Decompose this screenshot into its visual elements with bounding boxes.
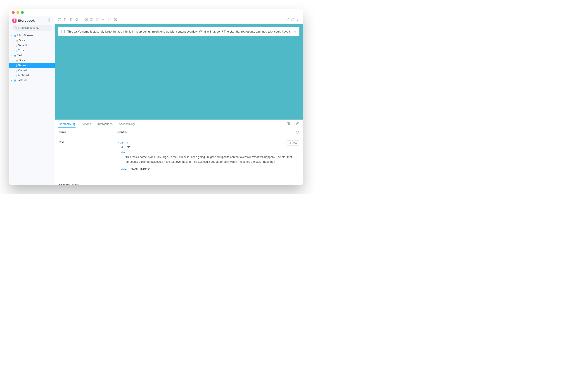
outline-icon[interactable] [108, 18, 111, 21]
gear-icon[interactable] [48, 18, 52, 23]
svg-line-8 [72, 20, 72, 21]
svg-line-28 [286, 20, 286, 21]
tab-controls[interactable]: Controls (1) [58, 120, 75, 128]
controls-header-control: Control [117, 131, 296, 135]
open-new-tab-icon[interactable] [291, 18, 295, 21]
svg-point-10 [75, 19, 78, 21]
obj-key-title: title : [121, 151, 126, 154]
obj-key-id: id : [121, 146, 124, 149]
control-value[interactable]: RAW ▾ task : { id : "1" [117, 140, 299, 177]
tree-item-task-archived[interactable]: ▯ Archived [9, 73, 55, 78]
brace-open: { [127, 141, 128, 144]
tree-item-inboxscreen-default[interactable]: ▯ Default [9, 43, 55, 48]
raw-toggle-button[interactable]: RAW [286, 140, 299, 145]
story-icon: ▯ [16, 49, 17, 52]
object-collapse-caret[interactable]: ▾ [117, 141, 120, 144]
tree-item-task-pinned[interactable]: ▯ Pinned [9, 68, 55, 73]
task-title-text: This task's name is absurdly large. In f… [67, 30, 290, 33]
search-icon [14, 26, 17, 30]
background-icon[interactable] [84, 18, 88, 21]
chevron-down-icon: ▾ [11, 34, 13, 37]
raw-label: RAW [292, 141, 297, 145]
traffic-lights [12, 11, 24, 14]
tree-item-inboxscreen-error[interactable]: ▯ Error [9, 48, 55, 53]
svg-line-11 [77, 20, 78, 21]
story-icon: ▯ [16, 69, 17, 72]
accessibility-icon[interactable] [114, 18, 117, 21]
panel-orientation-icon[interactable] [286, 122, 290, 126]
tree-item-inboxscreen-docs[interactable]: ▤ Docs [9, 38, 55, 43]
task-checkbox[interactable] [62, 30, 65, 33]
svg-point-1 [15, 27, 16, 28]
tree-item-tasklist[interactable]: ▸ ▦ TaskList [9, 78, 55, 83]
tree-label: InboxScreen [17, 34, 33, 37]
tree-item-task-docs[interactable]: ▤ Docs [9, 58, 55, 63]
tree-label: TaskList [17, 79, 27, 82]
tree-item-inboxscreen[interactable]: ▾ ▦ InboxScreen [9, 33, 55, 38]
search-input[interactable] [18, 26, 52, 29]
svg-line-29 [293, 18, 294, 20]
tree-label: Default [18, 44, 27, 47]
tree-label: Task [17, 54, 23, 57]
controls-header-name: Name [59, 131, 117, 135]
tab-accessibility[interactable]: Accessibility [118, 120, 136, 128]
sync-icon[interactable] [57, 18, 61, 21]
brand-row: S Storybook [9, 17, 55, 25]
tree-label: Pinned [18, 69, 27, 72]
component-icon: ▦ [14, 34, 16, 37]
fullscreen-icon[interactable] [285, 18, 289, 21]
measure-icon[interactable] [102, 18, 105, 21]
svg-line-27 [287, 18, 288, 19]
link-icon[interactable] [297, 18, 301, 21]
obj-key-task: task : [120, 141, 126, 144]
addons-panel: Controls (1) Actions Interactions Access… [55, 120, 303, 185]
zoom-in-icon[interactable] [63, 18, 67, 21]
maximize-window-button[interactable] [21, 11, 24, 14]
story-icon: ▯ [16, 64, 17, 67]
svg-rect-15 [92, 18, 93, 19]
story-canvas: This task's name is absurdly large. In f… [55, 24, 303, 120]
minimize-window-button[interactable] [17, 11, 19, 14]
obj-val-id[interactable]: "1" [127, 146, 130, 149]
obj-val-state[interactable]: "TASK_INBOX" [130, 168, 150, 171]
svg-rect-18 [96, 18, 99, 21]
chevron-down-icon: ▾ [11, 54, 13, 56]
chevron-right-icon: ▸ [11, 79, 13, 81]
component-icon: ▦ [14, 54, 16, 57]
docs-icon: ▤ [16, 59, 18, 62]
zoom-out-icon[interactable] [69, 18, 73, 21]
zoom-reset-icon[interactable] [75, 18, 78, 21]
svg-rect-17 [90, 20, 91, 21]
tab-actions[interactable]: Actions [81, 120, 92, 128]
canvas-toolbar [55, 16, 303, 24]
component-icon: ▦ [14, 79, 16, 82]
tree-label: Docs [19, 39, 25, 42]
obj-val-title[interactable]: "This task's name is absurdly large. In … [117, 155, 299, 165]
star-icon[interactable]: ★ [293, 29, 296, 34]
tree-item-task[interactable]: ▾ ▦ Task [9, 53, 55, 58]
brand-title: Storybook [18, 19, 35, 22]
control-row-onarchivetask: onArchiveTask - [55, 180, 303, 185]
reset-icon[interactable] [296, 131, 299, 135]
svg-line-4 [66, 20, 66, 21]
svg-point-26 [115, 19, 115, 19]
search-box[interactable]: / [12, 25, 52, 31]
svg-point-0 [50, 20, 51, 21]
task-preview-row: This task's name is absurdly large. In f… [58, 27, 299, 36]
svg-line-2 [16, 28, 17, 29]
tree-label: Default [18, 64, 27, 67]
control-row-task: task RAW ▾ task : { [55, 137, 303, 180]
app-window: S Storybook / ▾ ▦ [9, 9, 303, 185]
viewport-icon[interactable] [96, 18, 100, 21]
grid-icon[interactable] [90, 18, 94, 21]
nav-tree: ▾ ▦ InboxScreen ▤ Docs ▯ Default ▯ Error [9, 33, 55, 83]
addons-tablist: Controls (1) Actions Interactions Access… [55, 120, 303, 128]
svg-rect-14 [90, 18, 91, 19]
panel-close-icon[interactable] [295, 122, 300, 126]
obj-key-state: state : [121, 168, 128, 171]
tab-interactions[interactable]: Interactions [97, 120, 113, 128]
svg-point-13 [85, 19, 86, 19]
story-icon: ▯ [16, 44, 17, 47]
tree-item-task-default[interactable]: ▯ Default [9, 63, 55, 68]
close-window-button[interactable] [12, 11, 15, 14]
